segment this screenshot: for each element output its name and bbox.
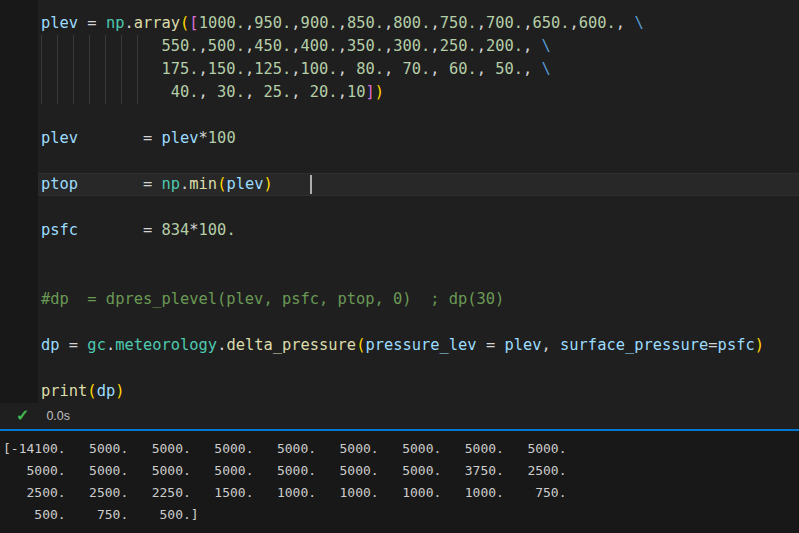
code-line [41,104,799,127]
output-line: 500. 750. 500.] [3,504,799,526]
code-line [41,357,799,380]
code-line: print(dp) [41,380,799,403]
code-line: ptop = np.min(plev) [41,173,799,196]
execution-status-bar: ✓ 0.0s [0,403,799,429]
output-line: 5000. 5000. 5000. 5000. 5000. 5000. 5000… [3,460,799,482]
code-line: plev = np.array([1000.,950.,900.,850.,80… [41,12,799,35]
code-line: 550.,500.,450.,400.,350.,300.,250.,200.,… [41,35,799,58]
execution-time: 0.0s [46,409,70,423]
code-line: psfc = 834*100. [41,219,799,242]
code-line: #dp = dpres_plevel(plev, psfc, ptop, 0) … [41,288,799,311]
code-line [41,311,799,334]
code-line: 175.,150.,125.,100., 80., 70., 60., 50.,… [41,58,799,81]
code-editor[interactable]: plev = np.array([1000.,950.,900.,850.,80… [38,0,799,403]
code-line: dp = gc.meteorology.delta_pressure(press… [41,334,799,357]
code-lines: plev = np.array([1000.,950.,900.,850.,80… [41,12,799,403]
notebook-window: { "colors": { "page_bg": "#181818", "edi… [0,0,799,533]
code-line [41,242,799,265]
text-cursor [310,175,312,194]
output-line: [-14100. 5000. 5000. 5000. 5000. 5000. 5… [3,438,799,460]
code-line: plev = plev*100 [41,127,799,150]
success-check-icon: ✓ [16,408,29,424]
code-line [41,265,799,288]
code-line [41,196,799,219]
code-line [41,150,799,173]
cell-output: [-14100. 5000. 5000. 5000. 5000. 5000. 5… [0,431,799,533]
code-line: 40., 30., 25., 20.,10]) [41,81,799,104]
output-line: 2500. 2500. 2250. 1500. 1000. 1000. 1000… [3,482,799,504]
